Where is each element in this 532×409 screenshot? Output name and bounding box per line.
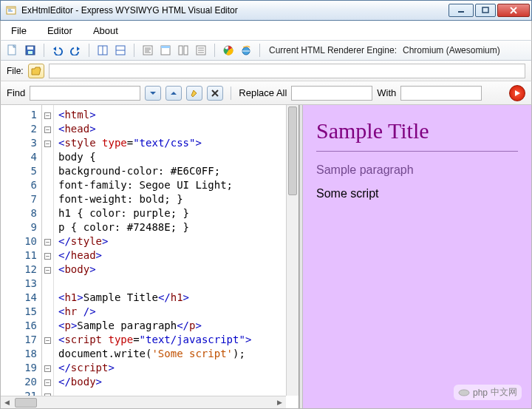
preview-hr	[316, 151, 518, 152]
clear-find-button[interactable]	[207, 86, 223, 101]
redo-button[interactable]	[68, 43, 83, 58]
view-preview-button[interactable]	[158, 43, 173, 58]
svg-rect-5	[27, 47, 33, 50]
preview-heading: Sample Title	[316, 118, 518, 143]
fold-gutter[interactable]: −−− −−− − −−−	[42, 105, 54, 408]
highlight-button[interactable]	[186, 86, 202, 101]
find-replace-row: Find Replace All With	[0, 81, 532, 105]
preview-script-output: Some script	[316, 187, 518, 200]
window-title: ExHtmlEditor - Express WYSIWYG HTML Visu…	[21, 5, 449, 16]
renderer-label: Current HTML Renderer Engine:	[269, 45, 397, 55]
view-code-button[interactable]	[140, 43, 155, 58]
file-path-input[interactable]	[49, 64, 525, 78]
find-next-button[interactable]	[145, 86, 161, 101]
svg-rect-15	[184, 46, 188, 55]
svg-rect-2	[482, 7, 488, 13]
file-row: File:	[0, 61, 532, 81]
folder-open-icon	[31, 67, 41, 75]
scrollbar-thumb[interactable]	[15, 398, 37, 408]
with-input[interactable]	[400, 86, 482, 101]
file-label: File:	[7, 66, 24, 76]
toolbar-separator	[44, 44, 44, 57]
scroll-left-arrow[interactable]: ◀	[1, 397, 13, 408]
svg-rect-11	[143, 46, 152, 55]
svg-rect-6	[28, 51, 33, 54]
menu-bar: File Editor About	[0, 21, 532, 40]
toolbar-separator	[231, 87, 231, 100]
replace-input[interactable]	[291, 86, 372, 101]
menu-editor[interactable]: Editor	[47, 25, 72, 36]
replace-label: Replace All	[239, 87, 287, 98]
menu-about[interactable]: About	[93, 25, 118, 36]
view-list-button[interactable]	[194, 43, 208, 58]
scroll-right-arrow[interactable]: ▶	[273, 397, 286, 408]
toolbar-separator	[89, 44, 89, 57]
svg-rect-14	[179, 46, 183, 55]
find-prev-button[interactable]	[166, 86, 182, 101]
split-container: 123456789101112131415161718192021 −−− −−…	[0, 105, 532, 409]
split-vertical-button[interactable]	[95, 43, 110, 58]
window-close-button[interactable]	[497, 4, 530, 17]
toolbar-separator	[214, 44, 215, 57]
scrollbar-thumb[interactable]	[288, 107, 297, 195]
find-label: Find	[7, 87, 25, 98]
code-editor-pane: 123456789101112131415161718192021 −−− −−…	[1, 105, 299, 408]
line-number-gutter: 123456789101112131415161718192021	[1, 105, 42, 408]
menu-file[interactable]: File	[11, 25, 27, 36]
vertical-scrollbar[interactable]	[286, 105, 299, 396]
svg-point-20	[459, 390, 469, 396]
replace-go-button[interactable]	[509, 85, 525, 101]
code-text-area[interactable]: <html> <head> <style type="text/css"> bo…	[54, 105, 299, 408]
window-maximize-button[interactable]	[475, 4, 496, 17]
toolbar-separator	[134, 44, 134, 57]
watermark: php 中文网	[454, 385, 522, 400]
watermark-brand: php	[473, 388, 488, 398]
ie-icon[interactable]	[239, 43, 253, 58]
window-titlebar: ExHtmlEditor - Express WYSIWYG HTML Visu…	[0, 0, 532, 21]
window-minimize-button[interactable]	[449, 4, 474, 17]
main-toolbar: Current HTML Renderer Engine: Chromium (…	[0, 40, 532, 61]
view-both-button[interactable]	[176, 43, 191, 58]
preview-pane: Sample Title Sample paragraph Some scrip…	[303, 105, 531, 408]
chrome-icon[interactable]	[221, 43, 236, 58]
with-label: With	[377, 87, 396, 98]
open-file-button[interactable]	[28, 64, 44, 78]
svg-rect-13	[161, 46, 170, 48]
watermark-text: 中文网	[491, 386, 517, 399]
toolbar-separator	[259, 44, 260, 57]
app-icon	[5, 4, 17, 16]
split-horizontal-button[interactable]	[113, 43, 128, 58]
renderer-value: Chromium (Awesomium)	[403, 45, 500, 55]
save-button[interactable]	[23, 43, 38, 58]
php-logo-icon	[458, 387, 470, 399]
undo-button[interactable]	[50, 43, 65, 58]
find-input[interactable]	[30, 86, 140, 101]
new-file-button[interactable]	[5, 43, 20, 58]
horizontal-scrollbar[interactable]: ◀ ▶	[1, 396, 286, 408]
preview-paragraph: Sample paragraph	[316, 163, 518, 177]
